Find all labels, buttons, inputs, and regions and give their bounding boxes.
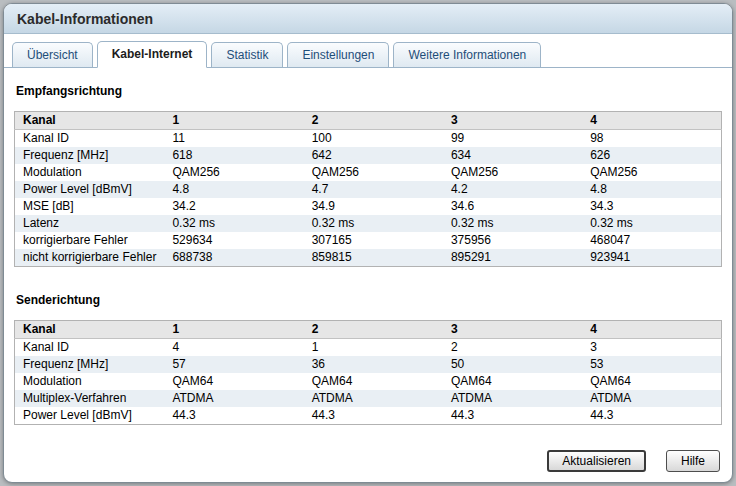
table-cell: QAM256 (164, 164, 303, 181)
table-row: Power Level [dBmV]44.344.344.344.3 (15, 407, 722, 425)
row-label: Latenz (15, 215, 165, 232)
table-row: MSE [dB]34.234.934.634.3 (15, 198, 722, 215)
tab-ubersicht[interactable]: Übersicht (12, 42, 93, 67)
table-cell: 923941 (582, 249, 721, 267)
row-label: Power Level [dBmV] (15, 407, 165, 425)
table-cell: ATDMA (582, 390, 721, 407)
table-cell: 50 (443, 356, 582, 373)
table-cell: 688738 (164, 249, 303, 267)
table-cell: 34.3 (582, 198, 721, 215)
table-cell: 529634 (164, 232, 303, 249)
row-label: Kanal ID (15, 339, 165, 357)
table-cell: 634 (443, 147, 582, 164)
table-cell: 626 (582, 147, 721, 164)
table-row: Frequenz [MHz]618642634626 (15, 147, 722, 164)
table-cell: 44.3 (443, 407, 582, 425)
table-cell: 4.7 (304, 181, 443, 198)
table-cell: 895291 (443, 249, 582, 267)
tab-statistik[interactable]: Statistik (211, 42, 283, 67)
table-row: Frequenz [MHz]57365053 (15, 356, 722, 373)
table-cell: 468047 (582, 232, 721, 249)
table-row: nicht korrigierbare Fehler68873885981589… (15, 249, 722, 267)
table-cell: 44.3 (304, 407, 443, 425)
table-cell: 307165 (304, 232, 443, 249)
table-cell: 36 (304, 356, 443, 373)
table-cell: QAM256 (304, 164, 443, 181)
table-cell: 34.9 (304, 198, 443, 215)
table-header-row: Kanal1234 (15, 112, 722, 130)
table-cell: QAM64 (443, 373, 582, 390)
content-area: EmpfangsrichtungKanal1234Kanal ID1110099… (4, 68, 732, 425)
table-row: Kanal ID4123 (15, 339, 722, 357)
table-cell: QAM64 (582, 373, 721, 390)
tab-kabel-internet[interactable]: Kabel-Internet (97, 41, 208, 68)
table-cell: 44.3 (164, 407, 303, 425)
row-label: Multiplex-Verfahren (15, 390, 165, 407)
column-header: 1 (164, 112, 303, 130)
row-label: Power Level [dBmV] (15, 181, 165, 198)
table-row: korrigierbare Fehler52963430716537595646… (15, 232, 722, 249)
tab-einstellungen[interactable]: Einstellungen (287, 42, 389, 67)
column-header: 4 (582, 321, 721, 339)
column-header: Kanal (15, 321, 165, 339)
column-header: 2 (304, 112, 443, 130)
window-titlebar: Kabel-Informationen (4, 4, 732, 34)
row-label: nicht korrigierbare Fehler (15, 249, 165, 267)
table-cell: 98 (582, 130, 721, 148)
table-cell: 0.32 ms (582, 215, 721, 232)
table-cell: 34.6 (443, 198, 582, 215)
table-cell: 34.2 (164, 198, 303, 215)
table-cell: QAM256 (443, 164, 582, 181)
table-cell: ATDMA (164, 390, 303, 407)
table-cell: 4.8 (582, 181, 721, 198)
table-cell: 1 (304, 339, 443, 357)
row-label: Kanal ID (15, 130, 165, 148)
data-table-empfangsrichtung: Kanal1234Kanal ID111009998Frequenz [MHz]… (14, 111, 722, 267)
table-cell: 4.2 (443, 181, 582, 198)
table-cell: 375956 (443, 232, 582, 249)
tab-weitere-informationen[interactable]: Weitere Informationen (393, 42, 541, 67)
table-cell: QAM256 (582, 164, 721, 181)
table-header-row: Kanal1234 (15, 321, 722, 339)
column-header: 3 (443, 321, 582, 339)
table-cell: 0.32 ms (164, 215, 303, 232)
hilfe-button[interactable]: Hilfe (666, 450, 720, 472)
row-label: Modulation (15, 164, 165, 181)
table-cell: ATDMA (304, 390, 443, 407)
row-label: Frequenz [MHz] (15, 147, 165, 164)
section-heading-senderichtung: Senderichtung (16, 293, 720, 307)
table-cell: 3 (582, 339, 721, 357)
table-cell: 57 (164, 356, 303, 373)
row-label: korrigierbare Fehler (15, 232, 165, 249)
table-cell: ATDMA (443, 390, 582, 407)
table-cell: 53 (582, 356, 721, 373)
kabel-informationen-window: Kabel-Informationen ÜbersichtKabel-Inter… (3, 3, 733, 483)
table-cell: 4.8 (164, 181, 303, 198)
table-row: Kanal ID111009998 (15, 130, 722, 148)
table-row: ModulationQAM256QAM256QAM256QAM256 (15, 164, 722, 181)
column-header: Kanal (15, 112, 165, 130)
section-heading-empfangsrichtung: Empfangsrichtung (16, 84, 720, 98)
table-cell: 2 (443, 339, 582, 357)
row-label: Modulation (15, 373, 165, 390)
table-cell: 11 (164, 130, 303, 148)
table-row: Multiplex-VerfahrenATDMAATDMAATDMAATDMA (15, 390, 722, 407)
table-cell: 618 (164, 147, 303, 164)
table-cell: QAM64 (164, 373, 303, 390)
table-cell: 642 (304, 147, 443, 164)
table-row: Power Level [dBmV]4.84.74.24.8 (15, 181, 722, 198)
table-cell: 0.32 ms (304, 215, 443, 232)
column-header: 4 (582, 112, 721, 130)
table-cell: 44.3 (582, 407, 721, 425)
tab-bar: ÜbersichtKabel-InternetStatistikEinstell… (4, 34, 732, 68)
table-cell: QAM64 (304, 373, 443, 390)
row-label: Frequenz [MHz] (15, 356, 165, 373)
column-header: 2 (304, 321, 443, 339)
window-title: Kabel-Informationen (17, 11, 153, 27)
table-row: Latenz0.32 ms0.32 ms0.32 ms0.32 ms (15, 215, 722, 232)
aktualisieren-button[interactable]: Aktualisieren (547, 450, 646, 472)
column-header: 1 (164, 321, 303, 339)
table-cell: 100 (304, 130, 443, 148)
table-cell: 859815 (304, 249, 443, 267)
footer-buttons: Aktualisieren Hilfe (547, 450, 720, 472)
